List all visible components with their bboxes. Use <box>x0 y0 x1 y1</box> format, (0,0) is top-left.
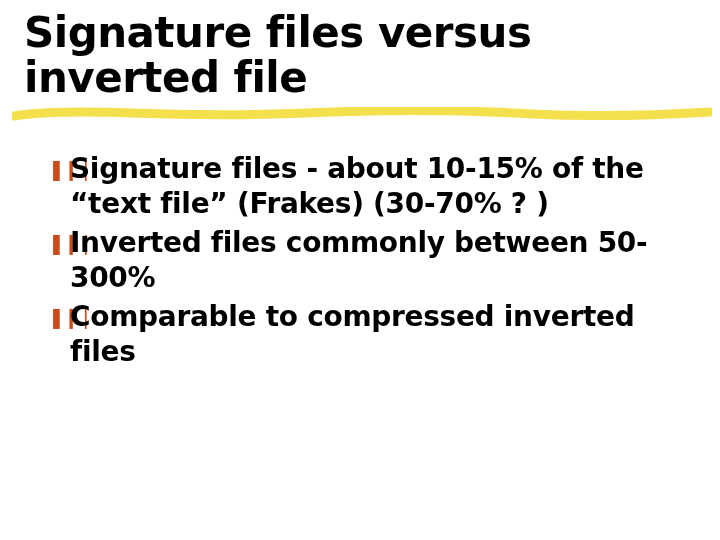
brush-underline-icon <box>12 107 712 121</box>
list-item: ❚❙❘ Signature files - about 10-15% of th… <box>48 151 696 221</box>
bullet-glyph-icon: ❚❙❘ <box>48 151 70 181</box>
slide-title: Signature files versus inverted file <box>24 10 696 101</box>
title-underline <box>12 107 706 115</box>
list-item: ❚❙❘ Inverted files commonly between 50-3… <box>48 225 696 295</box>
bullet-text: Comparable to compressed inverted files <box>70 299 696 369</box>
bullet-list: ❚❙❘ Signature files - about 10-15% of th… <box>24 151 696 369</box>
bullet-text: Signature files - about 10-15% of the “t… <box>70 151 696 221</box>
slide: Signature files versus inverted file ❚❙❘… <box>0 0 720 540</box>
bullet-glyph-icon: ❚❙❘ <box>48 299 70 329</box>
list-item: ❚❙❘ Comparable to compressed inverted fi… <box>48 299 696 369</box>
bullet-glyph-icon: ❚❙❘ <box>48 225 70 255</box>
bullet-text: Inverted files commonly between 50-300% <box>70 225 696 295</box>
